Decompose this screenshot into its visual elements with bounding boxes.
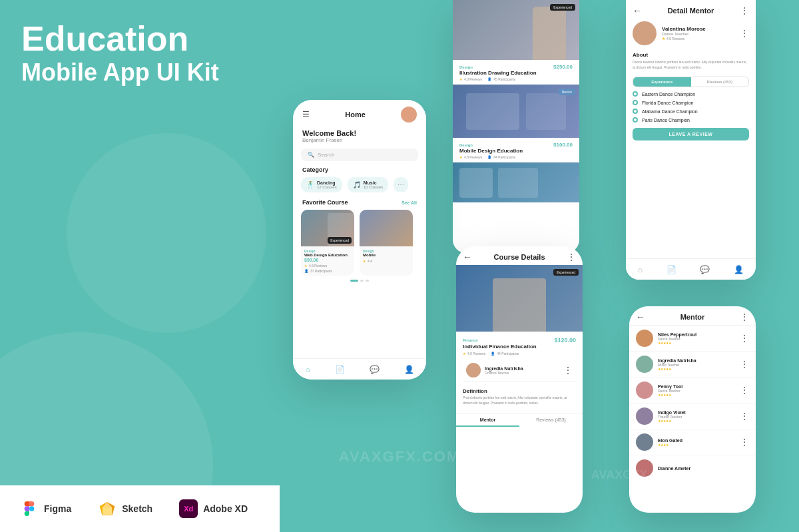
mentor-name-5: Elon Gated — [658, 438, 735, 443]
about-text: Dance teacher lobortis porttitor leo sed… — [633, 60, 749, 70]
search-bar[interactable]: 🔍 Search — [301, 148, 418, 161]
mentor-item-3[interactable]: Penny Tool Dance Teacher ★★★★★ ⋮ — [629, 378, 756, 403]
mentor-1-more[interactable]: ⋮ — [740, 333, 749, 344]
home-screen-title: Home — [310, 111, 401, 119]
mentor-item-1[interactable]: Niles Peppertrout Dance Teacher ★★★★★ ⋮ — [629, 326, 756, 352]
category-more[interactable]: ⋯ — [394, 177, 408, 192]
detail-course-name: Individual Finance Education — [463, 344, 576, 350]
course-rating-2: 4.4 — [368, 259, 372, 263]
participants-icon-c2: 👤 — [487, 155, 491, 159]
mentor-list-more-icon[interactable]: ⋮ — [740, 312, 749, 322]
course-price-1: $90.00 — [304, 258, 351, 262]
user-avatar — [401, 107, 417, 123]
mentor-card-more-icon[interactable]: ⋮ — [740, 28, 749, 39]
sketch-tool: Sketch — [98, 499, 152, 518]
detail-category: Finance — [463, 338, 478, 342]
achievement-1: Eastern Dance Champion — [633, 91, 749, 97]
rating-courses-1: 4.0 Reviews — [464, 77, 482, 81]
dancing-label: Dancing — [317, 180, 337, 185]
mentor-item-5[interactable]: Elon Gated ★★★★ ⋮ — [629, 429, 756, 455]
bottom-nav-home: ⌂ 📄 💬 👤 — [293, 358, 426, 380]
figma-label: Figma — [44, 503, 71, 514]
sketch-icon — [98, 499, 117, 518]
nav-home-icon-md[interactable]: ⌂ — [638, 265, 643, 274]
hero-subtitle: Mobile App UI Kit — [21, 58, 219, 87]
mentor-item-6[interactable]: Dianne Ameter — [629, 455, 756, 481]
achievement-text-3: Alabama Dance Champion — [642, 109, 698, 114]
teacher-name: Ingredia Nutrisha — [485, 366, 523, 371]
mentor-5-more[interactable]: ⋮ — [740, 437, 749, 447]
mentor-3-more[interactable]: ⋮ — [740, 385, 749, 396]
nav-bookmark-icon[interactable]: 📄 — [335, 365, 345, 374]
more-options-icon[interactable]: ⋮ — [567, 252, 576, 262]
detail-content: Finance $120.00 Individual Finance Educa… — [456, 332, 583, 411]
category-music[interactable]: 🎵 Music 10 Classes — [348, 177, 389, 192]
dot-2 — [360, 280, 364, 282]
radio-2 — [633, 100, 638, 105]
welcome-text: Welcome Back! — [302, 129, 417, 137]
mentor-2-more[interactable]: ⋮ — [740, 359, 749, 370]
mentor-list-title: Mentor — [645, 313, 740, 321]
back-button-mentor[interactable]: ← — [633, 5, 642, 16]
svg-marker-6 — [103, 507, 112, 515]
course-list-item-1[interactable]: Design $250.00 Illustration Drawing Educ… — [453, 60, 579, 85]
badge-experienced-1: Experienced — [328, 237, 352, 244]
nav-bookmark-icon-md[interactable]: 📄 — [666, 265, 676, 274]
star-courses-2: ★ — [459, 155, 462, 159]
mentor-item-4[interactable]: Indigo Violet Theater Teacher ★★★★★ ⋮ — [629, 403, 756, 429]
course-list-name-2: Mobile Design Education — [459, 148, 573, 154]
mentor-stars-1: ★★★★★ — [658, 341, 735, 345]
nav-profile-icon[interactable]: 👤 — [404, 365, 414, 374]
category-dancing[interactable]: 🕺 Dancing 12 Classes — [301, 177, 342, 192]
achievement-text-2: Florida Dance Champion — [642, 101, 693, 105]
teacher-more-icon[interactable]: ⋮ — [563, 365, 573, 376]
star-icon-2: ★ — [363, 259, 366, 263]
leave-review-button[interactable]: LEAVE A REVIEW — [633, 128, 749, 140]
nav-profile-icon-md[interactable]: 👤 — [734, 265, 744, 274]
phone-mentor-list-screen: ← Mentor ⋮ Niles Peppertrout Dance Teach… — [629, 306, 756, 513]
participants-detail: 44 Participants — [497, 352, 519, 356]
course-card-2[interactable]: Design Mobile ★ 4.4 — [360, 210, 413, 276]
about-section: About Dance teacher lobortis porttitor l… — [626, 49, 756, 73]
course-list-cat-1: Design — [459, 65, 473, 69]
mentor-star-detail: ★ — [662, 36, 665, 41]
mentor-item-2[interactable]: Ingredia Nutrisha Music Teacher ★★★★★ ⋮ — [629, 352, 756, 378]
star-detail: ★ — [463, 352, 465, 356]
back-button-detail[interactable]: ← — [463, 252, 472, 262]
nav-chat-icon-md[interactable]: 💬 — [700, 265, 710, 274]
mentor-stars-3: ★★★★★ — [658, 393, 735, 397]
tab-reviews-mentor[interactable]: Reviews (453) — [691, 77, 749, 87]
music-icon: 🎵 — [353, 181, 361, 188]
see-all-button[interactable]: See All — [401, 200, 417, 205]
hamburger-icon[interactable]: ☰ — [302, 110, 310, 119]
mentor-avatar-detail — [633, 21, 657, 45]
mentor-name-3: Penny Tool — [658, 384, 735, 389]
mentor-av-4 — [636, 407, 653, 425]
tab-mentor[interactable]: Mentor — [456, 414, 519, 427]
mentor-av-3 — [636, 382, 653, 399]
favorite-header: Favorite Course See All — [293, 199, 426, 210]
course-list-item-2[interactable]: Design $100.00 Mobile Design Education ★… — [453, 138, 579, 162]
mentor-stars-2: ★★★★★ — [658, 367, 735, 371]
nav-home-icon[interactable]: ⌂ — [305, 365, 310, 374]
mentor-detail-screen-title: Detail Mentor — [642, 7, 740, 15]
mentor-detail-header: ← Detail Mentor ⋮ — [626, 0, 756, 19]
course-rating-1: 4.6 Reviews — [309, 264, 327, 268]
mentor-4-more[interactable]: ⋮ — [740, 411, 749, 421]
course-list-cat-2: Design — [459, 143, 473, 147]
nav-chat-icon[interactable]: 💬 — [370, 365, 380, 374]
radio-3 — [633, 109, 638, 114]
tab-experience[interactable]: Experience — [633, 77, 691, 87]
mentor-stars-4: ★★★★★ — [658, 419, 735, 423]
course-card-1[interactable]: Experienced Design Web Design Education … — [301, 210, 354, 276]
back-button-mentor-list[interactable]: ← — [636, 312, 645, 322]
teacher-avatar — [466, 363, 481, 378]
mentor-detail-more-icon[interactable]: ⋮ — [740, 5, 749, 16]
about-title: About — [633, 52, 749, 58]
figma-tool: Figma — [20, 499, 71, 518]
mentor-av-5 — [636, 433, 653, 451]
achievement-text-4: Paris Dance Champion — [642, 118, 690, 123]
rating-detail: 4.0 Reviews — [467, 352, 485, 356]
tab-reviews[interactable]: Reviews (453) — [519, 414, 583, 427]
dancing-count: 12 Classes — [317, 185, 337, 189]
